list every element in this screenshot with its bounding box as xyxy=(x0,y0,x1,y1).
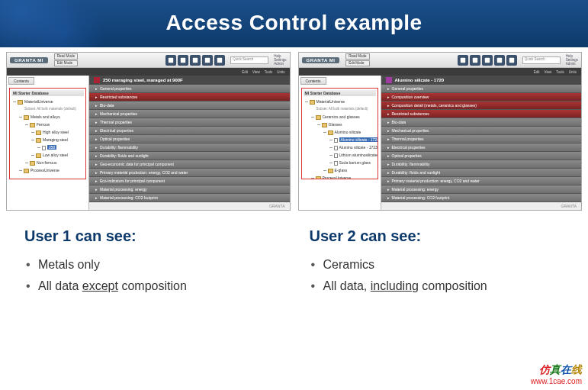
accordion-row[interactable]: Electrical properties xyxy=(89,127,290,135)
tree-node[interactable]: Non-ferrous xyxy=(30,159,84,166)
accordion[interactable]: General propertiesComposition overviewCo… xyxy=(381,85,582,202)
tree-node[interactable]: Soda barium glass xyxy=(334,159,376,166)
tree-tab[interactable]: Contents xyxy=(300,77,326,85)
toolbar-substitute-button[interactable] xyxy=(190,55,201,66)
edit-mode-button[interactable]: Edit Mode xyxy=(345,60,369,66)
tree-node-label: Ferrous xyxy=(37,122,50,127)
folder-icon xyxy=(36,131,41,135)
accordion-row[interactable]: Durability: flammability xyxy=(381,160,582,169)
accordion-row[interactable]: Bio-data xyxy=(89,102,290,110)
accordion-row[interactable]: Material processing: energy xyxy=(89,185,290,194)
accordion-row[interactable]: Electrical properties xyxy=(381,143,582,152)
search-input[interactable]: Quick Search xyxy=(230,56,268,64)
accordion-row[interactable]: Composition overview xyxy=(381,93,582,102)
content-title: Alumino silicate - 1720 xyxy=(381,76,582,85)
folder-icon xyxy=(322,123,327,127)
folder-icon xyxy=(24,115,29,120)
tree[interactable]: MaterialUniverseSubset: All bulk materia… xyxy=(11,98,84,174)
folder-icon xyxy=(328,169,333,173)
accordion-row[interactable]: Durability: flammability xyxy=(89,143,290,152)
tree-node[interactable]: Ceramics and glassesGlassesAlumino silic… xyxy=(316,113,376,174)
content-pane: 250 maraging steel, maraged at 900F Gene… xyxy=(89,76,290,210)
accordion-row[interactable]: Thermal properties xyxy=(381,135,582,143)
header-links[interactable]: Help Settings Admin xyxy=(566,54,578,66)
caption-item: Metals only xyxy=(38,254,279,276)
slide-title: Access Control example xyxy=(0,0,588,47)
svg-rect-1 xyxy=(181,57,185,62)
accordion-row[interactable]: Primary material production: energy, CO2… xyxy=(381,177,582,185)
folder-icon xyxy=(328,131,333,135)
mode-buttons[interactable]: Read Mode Edit Mode xyxy=(345,53,369,66)
accordion-row[interactable]: Thermal properties xyxy=(89,118,290,127)
accordion-row[interactable]: Geo-economic data for principal componen… xyxy=(89,160,290,169)
tree-root[interactable]: MaterialUniverseSubset: All bulk materia… xyxy=(310,98,376,179)
tree-pane: Contents MI Starter Database MaterialUni… xyxy=(7,76,89,210)
accordion-row[interactable]: Mechanical properties xyxy=(89,110,290,118)
file-icon xyxy=(334,153,338,158)
accordion[interactable]: General propertiesRestricted substancesB… xyxy=(89,85,290,202)
accordion-row[interactable]: Restricted substances xyxy=(89,93,290,102)
toolbar-home-button[interactable] xyxy=(165,55,176,66)
toolbar-optimize-button[interactable] xyxy=(470,55,480,66)
tree-node[interactable]: ProcessUniverse xyxy=(24,166,84,174)
toolbar-optimize-button[interactable] xyxy=(178,55,188,66)
tree-node[interactable]: Alumino silicateAlumino silicate - 1720A… xyxy=(328,128,376,166)
tree-node[interactable]: E-glass xyxy=(328,166,376,174)
tree-node[interactable]: FerrousHigh alloy steelMaraging steel250… xyxy=(30,121,84,159)
tree-node[interactable]: GlassesAlumino silicateAlumino silicate … xyxy=(322,121,376,174)
tree-node[interactable]: Alumino silicate - 1723 xyxy=(334,143,376,151)
mode-buttons[interactable]: Read Mode Edit Mode xyxy=(54,53,78,66)
toolbar-substitute-button[interactable] xyxy=(482,55,493,66)
file-icon xyxy=(334,138,338,143)
panel-user2: 1CAE.COM GRANTA MI Read Mode Edit Mode Q… xyxy=(298,52,583,211)
app-header: GRANTA MI Read Mode Edit Mode Quick Sear… xyxy=(7,53,290,68)
content-title: 250 maraging steel, maraged at 900F xyxy=(89,76,290,85)
search-input[interactable]: Quick Search xyxy=(522,56,561,64)
tree-node[interactable]: Metals and alloysFerrousHigh alloy steel… xyxy=(24,113,84,166)
caption-user2: User 2 can see: CeramicsAll data, includ… xyxy=(310,227,564,297)
tree-node[interactable]: 250 xyxy=(42,143,84,151)
accordion-row[interactable]: Material processing: CO2 footprint xyxy=(381,194,582,202)
accordion-row[interactable]: Eco-indicators for principal component xyxy=(89,177,290,185)
svg-rect-0 xyxy=(169,57,173,62)
accordion-row[interactable]: Bio-data xyxy=(381,118,582,127)
edit-mode-button[interactable]: Edit Mode xyxy=(54,60,78,66)
toolbar-substances-button[interactable] xyxy=(202,55,213,66)
toolbar-home-button[interactable] xyxy=(458,55,468,66)
accordion-row[interactable]: Restricted substances xyxy=(381,110,582,118)
tree-node[interactable]: Maraging steel250 xyxy=(36,136,84,151)
tree-node[interactable]: Alumino silicate - 1720 xyxy=(334,136,376,143)
accordion-row[interactable]: Mechanical properties xyxy=(381,127,582,135)
corner-url: www.1cae.com xyxy=(531,377,582,385)
folder-icon xyxy=(24,169,29,173)
caption-user1: User 1 can see: Metals onlyAll data exce… xyxy=(24,227,279,297)
header-links[interactable]: Help Settings Admin xyxy=(274,54,286,66)
svg-rect-8 xyxy=(497,57,502,62)
accordion-row[interactable]: Durability: fluids and sunlight xyxy=(381,169,582,177)
toolbar-reports-button[interactable] xyxy=(214,55,225,66)
accordion-row[interactable]: Material processing: energy xyxy=(381,185,582,194)
tree-node[interactable]: Lithium aluminosilicate xyxy=(334,151,376,159)
tree-root[interactable]: MaterialUniverseSubset: All bulk materia… xyxy=(18,98,84,174)
accordion-row[interactable]: Durability: fluids and sunlight xyxy=(89,152,290,160)
tree-node[interactable]: High alloy steel xyxy=(36,128,84,136)
accordion-row[interactable]: General properties xyxy=(381,85,582,93)
accordion-row[interactable]: Optical properties xyxy=(381,152,582,160)
accordion-row[interactable]: Primary material production: energy, CO2… xyxy=(89,169,290,177)
tree-node[interactable]: Low alloy steel xyxy=(36,151,84,159)
read-mode-button[interactable]: Read Mode xyxy=(54,53,78,60)
file-icon xyxy=(42,146,46,150)
accordion-row[interactable]: Material processing: CO2 footprint xyxy=(89,194,290,202)
read-mode-button[interactable]: Read Mode xyxy=(345,53,369,60)
folder-icon xyxy=(310,100,315,105)
accordion-row[interactable]: Composition detail (metals, ceramics and… xyxy=(381,102,582,110)
tree-tab[interactable]: Contents xyxy=(8,77,34,85)
toolbar-reports-button[interactable] xyxy=(506,55,517,66)
accordion-row[interactable]: General properties xyxy=(89,85,290,93)
toolbar-substances-button[interactable] xyxy=(494,55,505,66)
accordion-row[interactable]: Optical properties xyxy=(89,135,290,143)
tree-node[interactable]: ProcessUniverse xyxy=(316,174,376,179)
tree-node-label: ProcessUniverse xyxy=(31,168,59,172)
tree[interactable]: MaterialUniverseSubset: All bulk materia… xyxy=(304,98,376,179)
app-header: GRANTA MI Read Mode Edit Mode Quick Sear… xyxy=(299,53,582,68)
